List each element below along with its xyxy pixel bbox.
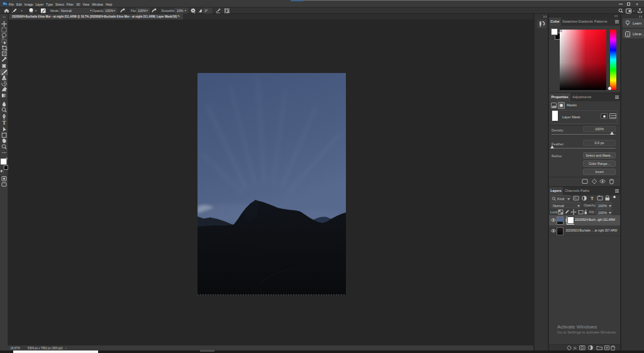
svg-text:fx: fx bbox=[574, 345, 577, 350]
svg-text:100%: 100% bbox=[105, 9, 114, 13]
svg-text:Normal: Normal bbox=[61, 9, 72, 13]
svg-text:0°: 0° bbox=[205, 9, 208, 13]
svg-text:Mode:: Mode: bbox=[50, 9, 59, 13]
svg-text:10%: 10% bbox=[177, 9, 184, 13]
svg-text:T: T bbox=[3, 120, 6, 126]
svg-text:T: T bbox=[591, 196, 594, 201]
svg-text:100%: 100% bbox=[138, 9, 147, 13]
svg-text:Opacity:: Opacity: bbox=[92, 9, 104, 13]
svg-text:1: 1 bbox=[626, 32, 628, 36]
